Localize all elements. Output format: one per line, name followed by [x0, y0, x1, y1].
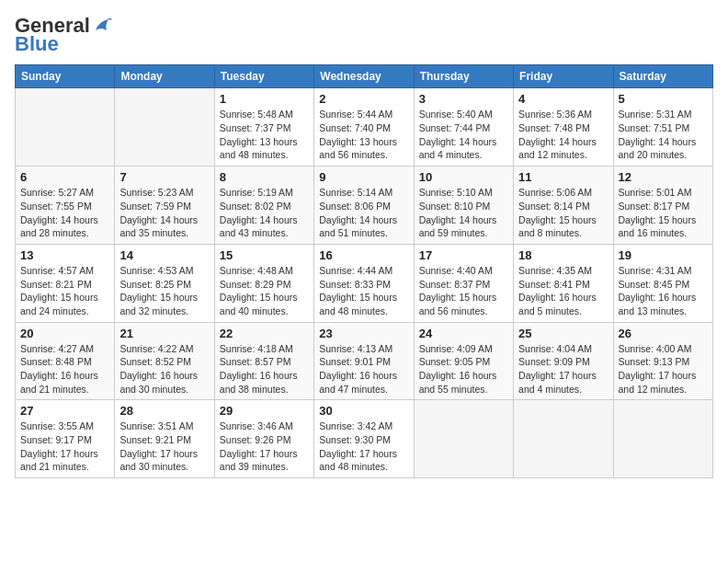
col-header-friday: Friday	[514, 65, 613, 88]
day-info: Sunrise: 4:57 AM Sunset: 8:21 PM Dayligh…	[20, 264, 109, 318]
calendar-cell: 3Sunrise: 5:40 AM Sunset: 7:44 PM Daylig…	[414, 88, 513, 167]
day-info: Sunrise: 3:51 AM Sunset: 9:21 PM Dayligh…	[119, 419, 209, 474]
calendar-cell: 28Sunrise: 3:51 AM Sunset: 9:21 PM Dayli…	[115, 400, 214, 478]
calendar-cell: 4Sunrise: 5:36 AM Sunset: 7:48 PM Daylig…	[514, 88, 613, 167]
day-info: Sunrise: 5:10 AM Sunset: 8:10 PM Dayligh…	[419, 186, 508, 240]
calendar-table: SundayMondayTuesdayWednesdayThursdayFrid…	[15, 64, 713, 478]
calendar-cell: 18Sunrise: 4:35 AM Sunset: 8:41 PM Dayli…	[514, 244, 613, 322]
calendar-cell	[514, 400, 613, 478]
calendar-cell: 23Sunrise: 4:13 AM Sunset: 9:01 PM Dayli…	[314, 322, 414, 400]
day-number: 30	[319, 404, 408, 418]
calendar-cell: 7Sunrise: 5:23 AM Sunset: 7:59 PM Daylig…	[115, 167, 214, 245]
day-number: 3	[419, 92, 508, 106]
day-info: Sunrise: 4:35 AM Sunset: 8:41 PM Dayligh…	[518, 264, 608, 318]
calendar-cell: 2Sunrise: 5:44 AM Sunset: 7:40 PM Daylig…	[314, 88, 414, 167]
calendar-cell: 6Sunrise: 5:27 AM Sunset: 7:55 PM Daylig…	[16, 167, 115, 245]
day-number: 24	[419, 327, 508, 340]
calendar-cell: 25Sunrise: 4:04 AM Sunset: 9:09 PM Dayli…	[514, 322, 613, 400]
calendar-cell: 30Sunrise: 3:42 AM Sunset: 9:30 PM Dayli…	[314, 400, 414, 478]
calendar-cell	[115, 88, 214, 167]
calendar-cell: 16Sunrise: 4:44 AM Sunset: 8:33 PM Dayli…	[314, 244, 414, 322]
day-number: 8	[220, 170, 309, 184]
day-number: 27	[20, 404, 109, 418]
day-info: Sunrise: 3:42 AM Sunset: 9:30 PM Dayligh…	[319, 419, 408, 474]
calendar-cell: 8Sunrise: 5:19 AM Sunset: 8:02 PM Daylig…	[214, 167, 313, 245]
day-number: 11	[518, 170, 608, 184]
day-info: Sunrise: 4:53 AM Sunset: 8:25 PM Dayligh…	[119, 264, 209, 318]
day-info: Sunrise: 5:14 AM Sunset: 8:06 PM Dayligh…	[319, 186, 408, 240]
day-info: Sunrise: 5:06 AM Sunset: 8:14 PM Dayligh…	[518, 186, 608, 240]
day-info: Sunrise: 5:27 AM Sunset: 7:55 PM Dayligh…	[20, 186, 109, 240]
calendar-cell: 12Sunrise: 5:01 AM Sunset: 8:17 PM Dayli…	[613, 167, 712, 245]
calendar-cell: 19Sunrise: 4:31 AM Sunset: 8:45 PM Dayli…	[613, 244, 712, 322]
col-header-sunday: Sunday	[16, 65, 115, 88]
day-info: Sunrise: 4:22 AM Sunset: 8:52 PM Dayligh…	[119, 342, 209, 396]
day-number: 6	[20, 170, 109, 184]
day-info: Sunrise: 5:44 AM Sunset: 7:40 PM Dayligh…	[319, 108, 408, 162]
calendar-cell: 13Sunrise: 4:57 AM Sunset: 8:21 PM Dayli…	[16, 244, 115, 322]
calendar-header-row: SundayMondayTuesdayWednesdayThursdayFrid…	[16, 65, 713, 88]
col-header-thursday: Thursday	[414, 65, 513, 88]
day-number: 15	[220, 248, 309, 262]
day-number: 18	[518, 248, 608, 262]
day-info: Sunrise: 5:40 AM Sunset: 7:44 PM Dayligh…	[419, 108, 508, 162]
day-info: Sunrise: 5:01 AM Sunset: 8:17 PM Dayligh…	[619, 186, 708, 240]
day-info: Sunrise: 4:04 AM Sunset: 9:09 PM Dayligh…	[518, 342, 608, 396]
day-info: Sunrise: 4:31 AM Sunset: 8:45 PM Dayligh…	[619, 264, 708, 318]
col-header-monday: Monday	[115, 65, 214, 88]
calendar-cell: 17Sunrise: 4:40 AM Sunset: 8:37 PM Dayli…	[414, 244, 513, 322]
calendar-cell: 20Sunrise: 4:27 AM Sunset: 8:48 PM Dayli…	[16, 322, 115, 400]
header: General Blue	[15, 15, 713, 55]
day-number: 21	[119, 327, 209, 340]
day-info: Sunrise: 5:48 AM Sunset: 7:37 PM Dayligh…	[220, 108, 309, 162]
day-info: Sunrise: 5:23 AM Sunset: 7:59 PM Dayligh…	[119, 186, 209, 240]
day-info: Sunrise: 5:36 AM Sunset: 7:48 PM Dayligh…	[518, 108, 608, 162]
day-info: Sunrise: 3:55 AM Sunset: 9:17 PM Dayligh…	[20, 419, 109, 474]
col-header-tuesday: Tuesday	[214, 65, 313, 88]
day-number: 10	[419, 170, 508, 184]
calendar-cell: 5Sunrise: 5:31 AM Sunset: 7:51 PM Daylig…	[613, 88, 712, 167]
day-number: 2	[319, 92, 408, 106]
day-number: 5	[619, 92, 708, 106]
day-number: 14	[119, 248, 209, 262]
day-number: 13	[20, 248, 109, 262]
logo-blue-text: Blue	[15, 33, 59, 55]
calendar-cell: 15Sunrise: 4:48 AM Sunset: 8:29 PM Dayli…	[214, 244, 313, 322]
day-info: Sunrise: 4:18 AM Sunset: 8:57 PM Dayligh…	[220, 342, 309, 396]
calendar-cell	[16, 88, 115, 167]
calendar-cell	[613, 400, 712, 478]
calendar-cell: 24Sunrise: 4:09 AM Sunset: 9:05 PM Dayli…	[414, 322, 513, 400]
calendar-week-row: 13Sunrise: 4:57 AM Sunset: 8:21 PM Dayli…	[16, 244, 713, 322]
day-number: 7	[119, 170, 209, 184]
calendar-cell: 26Sunrise: 4:00 AM Sunset: 9:13 PM Dayli…	[613, 322, 712, 400]
day-info: Sunrise: 4:27 AM Sunset: 8:48 PM Dayligh…	[20, 342, 109, 396]
calendar-cell: 22Sunrise: 4:18 AM Sunset: 8:57 PM Dayli…	[214, 322, 313, 400]
col-header-wednesday: Wednesday	[314, 65, 414, 88]
day-info: Sunrise: 4:44 AM Sunset: 8:33 PM Dayligh…	[319, 264, 408, 318]
col-header-saturday: Saturday	[613, 65, 712, 88]
day-number: 29	[220, 404, 309, 418]
day-number: 19	[619, 248, 708, 262]
day-number: 25	[518, 327, 608, 340]
calendar-week-row: 27Sunrise: 3:55 AM Sunset: 9:17 PM Dayli…	[16, 400, 713, 478]
logo-bird-icon	[92, 17, 112, 34]
calendar-cell: 9Sunrise: 5:14 AM Sunset: 8:06 PM Daylig…	[314, 167, 414, 245]
day-info: Sunrise: 4:13 AM Sunset: 9:01 PM Dayligh…	[319, 342, 408, 396]
day-info: Sunrise: 3:46 AM Sunset: 9:26 PM Dayligh…	[220, 419, 309, 474]
day-info: Sunrise: 4:48 AM Sunset: 8:29 PM Dayligh…	[220, 264, 309, 318]
day-number: 1	[220, 92, 309, 106]
calendar-cell: 10Sunrise: 5:10 AM Sunset: 8:10 PM Dayli…	[414, 167, 513, 245]
day-number: 12	[619, 170, 708, 184]
calendar-week-row: 1Sunrise: 5:48 AM Sunset: 7:37 PM Daylig…	[16, 88, 713, 167]
day-info: Sunrise: 5:19 AM Sunset: 8:02 PM Dayligh…	[220, 186, 309, 240]
day-info: Sunrise: 5:31 AM Sunset: 7:51 PM Dayligh…	[619, 108, 708, 162]
calendar-cell: 29Sunrise: 3:46 AM Sunset: 9:26 PM Dayli…	[214, 400, 313, 478]
day-number: 17	[419, 248, 508, 262]
calendar-week-row: 20Sunrise: 4:27 AM Sunset: 8:48 PM Dayli…	[16, 322, 713, 400]
day-number: 9	[319, 170, 408, 184]
calendar-cell: 11Sunrise: 5:06 AM Sunset: 8:14 PM Dayli…	[514, 167, 613, 245]
day-number: 20	[20, 327, 109, 340]
day-number: 22	[220, 327, 309, 340]
calendar-cell: 21Sunrise: 4:22 AM Sunset: 8:52 PM Dayli…	[115, 322, 214, 400]
day-info: Sunrise: 4:00 AM Sunset: 9:13 PM Dayligh…	[619, 342, 708, 396]
